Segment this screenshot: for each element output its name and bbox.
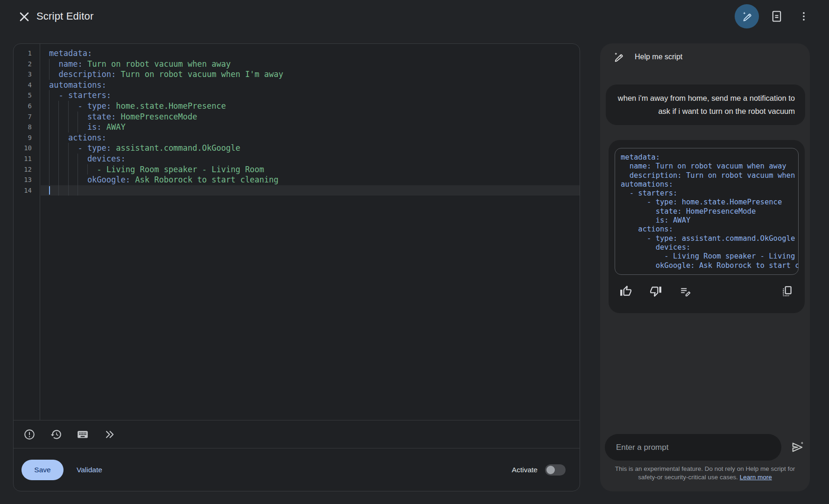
code-key: automations: — [49, 80, 106, 90]
line-number: 14 — [14, 185, 40, 196]
indent-guide — [49, 133, 50, 143]
editor-action-bar: Save Validate Activate — [14, 448, 580, 491]
response-code-line: - starters: — [621, 189, 798, 198]
send-icon[interactable] — [790, 440, 805, 455]
indent-guide — [68, 122, 69, 133]
code-line[interactable]: okGoogle: Ask Roborock to start cleaning — [41, 175, 580, 185]
code-key: name: — [49, 59, 83, 69]
response-code-line: metadata: — [621, 153, 798, 162]
indent-guide — [49, 122, 50, 133]
response-actions — [620, 282, 794, 301]
copy-icon[interactable] — [781, 285, 794, 297]
indent-guide — [49, 175, 50, 185]
assistant-header: Help me script — [612, 51, 682, 63]
indent-guide — [68, 101, 69, 112]
code-line[interactable] — [41, 185, 580, 196]
code-line[interactable]: - type: assistant.command.OkGoogle — [41, 143, 580, 154]
help-me-script-panel: Help me script when i'm away from home, … — [600, 43, 810, 491]
indent-guide — [49, 101, 50, 112]
app-header: Script Editor — [0, 0, 829, 43]
code-line[interactable]: name: Turn on robot vacuum when away — [41, 59, 580, 70]
indent-guide — [78, 175, 78, 185]
indent-guide — [68, 112, 69, 122]
help-me-script-button[interactable] — [735, 4, 759, 28]
code-value: HomePresenceMode — [116, 112, 197, 121]
code-line[interactable]: devices: — [41, 154, 580, 164]
indent-guide — [68, 143, 69, 154]
line-number: 10 — [14, 143, 40, 154]
save-button[interactable]: Save — [21, 460, 64, 480]
script-editor-panel: 1234567891011121314 metadata: name: Turn… — [13, 43, 580, 491]
indent-guide — [87, 164, 88, 175]
kebab-menu-icon[interactable] — [794, 7, 813, 26]
indent-guide — [68, 154, 69, 164]
indent-guide — [68, 164, 69, 175]
response-code-line: is: AWAY — [621, 216, 798, 225]
close-icon[interactable] — [17, 9, 32, 24]
line-number: 2 — [14, 59, 40, 70]
keyboard-icon[interactable] — [77, 428, 89, 441]
error-icon[interactable] — [23, 428, 35, 441]
indent-guide — [68, 175, 69, 185]
text-cursor — [49, 186, 50, 195]
code-key: actions: — [49, 133, 106, 142]
response-code-line: actions: — [621, 225, 798, 234]
indent-guide — [49, 154, 50, 164]
code-line[interactable]: - starters: — [41, 90, 580, 101]
response-code-line: okGoogle: Ask Roborock to start cleaning — [621, 261, 798, 270]
code-line[interactable]: automations: — [41, 80, 580, 91]
code-line[interactable]: - Living Room speaker - Living Room — [41, 164, 580, 175]
code-line[interactable]: actions: — [41, 133, 580, 143]
activate-toggle[interactable] — [545, 464, 566, 476]
learn-more-link[interactable]: Learn more — [740, 474, 772, 481]
code-value: Turn on robot vacuum when I'm away — [116, 70, 283, 79]
line-number: 11 — [14, 154, 40, 164]
sparkle — [743, 12, 746, 14]
validate-button[interactable]: Validate — [77, 466, 102, 474]
indent-guide — [49, 112, 50, 122]
code-key: devices: — [49, 154, 126, 163]
code-line[interactable]: state: HomePresenceMode — [41, 112, 580, 122]
code-lines[interactable]: metadata: name: Turn on robot vacuum whe… — [41, 44, 580, 420]
indent-guide — [78, 122, 78, 133]
activate-label: Activate — [512, 466, 538, 474]
response-code-line: name: Turn on robot vacuum when away — [621, 162, 798, 171]
indent-guide — [68, 185, 69, 196]
response-code-line: state: HomePresenceMode — [621, 207, 798, 216]
indent-guide — [58, 154, 59, 164]
history-icon[interactable] — [50, 428, 62, 441]
indent-guide — [78, 112, 78, 122]
code-line[interactable]: is: AWAY — [41, 122, 580, 133]
assistant-response-card: metadata: name: Turn on robot vacuum whe… — [609, 140, 805, 313]
document-icon[interactable] — [767, 7, 786, 26]
response-code-line: description: Turn on robot vacuum when I… — [621, 171, 798, 180]
prompt-input[interactable] — [605, 434, 781, 461]
line-number: 6 — [14, 101, 40, 112]
line-number: 3 — [14, 69, 40, 80]
line-number: 1 — [14, 48, 40, 59]
double-chevron-icon[interactable] — [103, 428, 115, 441]
response-code-block: metadata: name: Turn on robot vacuum whe… — [615, 148, 799, 275]
line-number: 7 — [14, 112, 40, 122]
indent-guide — [78, 185, 78, 196]
line-number: 12 — [14, 164, 40, 175]
edit-note-icon[interactable] — [680, 285, 692, 297]
response-code-line: automations: — [621, 180, 798, 189]
indent-guide — [58, 101, 59, 112]
indent-guide — [58, 164, 59, 175]
thumb-down-icon[interactable] — [650, 285, 662, 297]
indent-guide — [49, 59, 50, 70]
code-line[interactable]: metadata: — [41, 48, 580, 59]
line-number: 8 — [14, 122, 40, 133]
indent-guide — [58, 112, 59, 122]
code-key: metadata: — [49, 49, 92, 58]
indent-guide — [49, 69, 50, 80]
disclaimer-text: This is an experimental feature. Do not … — [607, 465, 803, 481]
code-line[interactable]: description: Turn on robot vacuum when I… — [41, 69, 580, 80]
code-value: - Living Room speaker - Living Room — [49, 165, 264, 174]
magic-pen-icon — [612, 51, 624, 63]
thumb-up-icon[interactable] — [620, 285, 632, 297]
code-line[interactable]: - type: home.state.HomePresence — [41, 101, 580, 112]
editor-toolbar — [14, 420, 580, 448]
code-editor[interactable]: 1234567891011121314 metadata: name: Turn… — [14, 44, 580, 420]
